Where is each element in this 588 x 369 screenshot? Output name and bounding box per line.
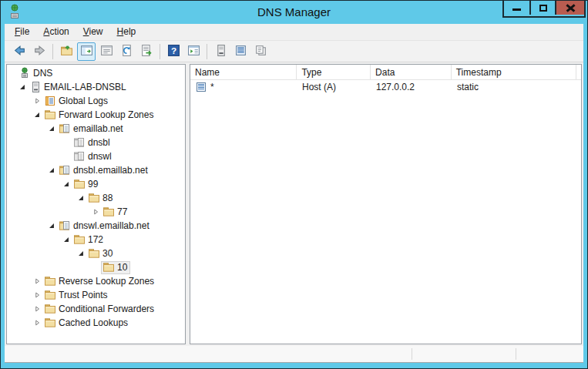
server-button[interactable] xyxy=(211,42,230,61)
tree-item-label: 77 xyxy=(117,206,127,217)
column-header-data[interactable]: Data xyxy=(371,65,452,79)
chevron-expanded-icon[interactable] xyxy=(17,82,28,92)
record-cell-timestamp: static xyxy=(452,82,578,92)
chevron-expanded-icon[interactable] xyxy=(61,235,72,244)
client-area: FileActionViewHelp ? DNSEMAIL-LAB-DNSBLG… xyxy=(5,24,583,363)
tree-item-forward-lookup-zones[interactable]: Forward Lookup Zones xyxy=(7,108,185,122)
record-cell-text: Host (A) xyxy=(302,82,336,92)
tree-item-body: 172 xyxy=(72,233,106,247)
up-level-button[interactable] xyxy=(57,42,76,61)
tree-item-dnswl-emaillab-net[interactable]: dnswl.emaillab.net xyxy=(7,219,185,233)
refresh-button[interactable] xyxy=(117,42,136,61)
chevron-collapsed-icon[interactable] xyxy=(90,207,101,216)
list-body: *Host (A)127.0.0.2static xyxy=(190,80,581,94)
tree-item-label: Global Logs xyxy=(59,96,108,106)
export-list-icon xyxy=(140,44,153,59)
tree-item-30[interactable]: 30 xyxy=(7,247,185,260)
chevron-expanded-icon[interactable] xyxy=(46,124,57,133)
back-button[interactable] xyxy=(10,42,29,61)
server-icon xyxy=(214,44,227,59)
folder-icon xyxy=(88,247,100,260)
action-pane-button[interactable] xyxy=(184,42,203,61)
tree-item-email-lab-dnsbl[interactable]: EMAIL-LAB-DNSBL xyxy=(7,80,185,94)
menu-bar: FileActionViewHelp xyxy=(5,24,583,41)
record-list-button[interactable] xyxy=(231,42,250,61)
menu-accesskey: V xyxy=(83,26,89,37)
toolbar: ? xyxy=(5,41,583,62)
menu-file[interactable]: File xyxy=(8,25,36,39)
export-list-button[interactable] xyxy=(137,42,156,61)
back-icon xyxy=(13,44,26,59)
tree-item-label: emaillab.net xyxy=(73,123,123,134)
tree-item-global-logs[interactable]: Global Logs xyxy=(7,94,185,108)
chevron-expanded-icon[interactable] xyxy=(46,166,57,175)
console-tree-button[interactable] xyxy=(77,42,96,61)
help-button[interactable]: ? xyxy=(164,42,183,61)
tree-item-cached-lookups[interactable]: Cached Lookups xyxy=(7,316,185,330)
tree-item-label: dnsbl xyxy=(88,137,110,148)
record-icon xyxy=(195,81,207,93)
record-list-icon xyxy=(234,44,247,59)
status-bar xyxy=(5,346,583,363)
menu-label: iew xyxy=(89,26,103,37)
dns-root-icon xyxy=(18,67,31,79)
tree-item-label: Reverse Lookup Zones xyxy=(59,276,154,287)
tree-item-label: dnswl.emaillab.net xyxy=(73,220,150,231)
copy-button[interactable] xyxy=(251,42,270,61)
tree-item-dnsbl-emaillab-net[interactable]: dnsbl.emaillab.net xyxy=(7,163,185,177)
server-icon xyxy=(29,81,42,93)
tree-item-label: dnswl xyxy=(88,151,112,162)
tree-item-10[interactable]: 10 xyxy=(7,260,185,274)
titlebar[interactable]: DNS Manager xyxy=(1,1,587,24)
tree-item-label: Trust Points xyxy=(59,290,108,300)
menu-help[interactable]: Help xyxy=(110,25,143,39)
column-header-type[interactable]: Type xyxy=(297,65,371,79)
folder-icon xyxy=(102,261,115,273)
tree-item-body: dnsbl.emaillab.net xyxy=(57,164,151,177)
tree-item-88[interactable]: 88 xyxy=(7,191,185,205)
tree-item-body: 30 xyxy=(86,247,116,260)
tree-item-dns[interactable]: DNS xyxy=(7,66,185,80)
menu-action[interactable]: Action xyxy=(36,25,76,39)
tree-item-label: dnsbl.emaillab.net xyxy=(73,165,148,176)
chevron-collapsed-icon[interactable] xyxy=(32,304,42,314)
tree-item-label: 10 xyxy=(117,262,127,273)
chevron-collapsed-icon[interactable] xyxy=(32,96,42,106)
tree-item-77[interactable]: 77 xyxy=(7,205,185,219)
status-separator xyxy=(516,348,516,360)
close-button[interactable] xyxy=(555,1,584,15)
column-header-timestamp[interactable]: Timestamp xyxy=(452,65,576,79)
properties-button[interactable] xyxy=(97,42,116,61)
dns-manager-window: DNS Manager FileActionViewHelp ? DNSEMAI… xyxy=(0,0,588,369)
folder-icon xyxy=(44,275,56,287)
chevron-collapsed-icon[interactable] xyxy=(32,318,42,327)
chevron-expanded-icon[interactable] xyxy=(76,193,86,203)
column-header-name[interactable]: Name xyxy=(190,65,297,79)
tree-item-reverse-lookup-zones[interactable]: Reverse Lookup Zones xyxy=(7,274,185,288)
toolbar-separator xyxy=(160,44,160,59)
chevron-collapsed-icon[interactable] xyxy=(32,290,42,300)
tree-item-dnswl[interactable]: dnswl xyxy=(7,149,185,163)
record-row[interactable]: *Host (A)127.0.0.2static xyxy=(190,80,581,94)
folder-icon xyxy=(44,317,56,329)
tree-item-trust-points[interactable]: Trust Points xyxy=(7,288,185,302)
chevron-expanded-icon[interactable] xyxy=(32,110,42,119)
tree-item-99[interactable]: 99 xyxy=(7,177,185,191)
tree-item-conditional-forwarders[interactable]: Conditional Forwarders xyxy=(7,302,185,316)
chevron-expanded-icon[interactable] xyxy=(61,179,72,189)
forward-button[interactable] xyxy=(30,42,49,61)
chevron-expanded-icon[interactable] xyxy=(76,249,86,258)
tree-item-label: 88 xyxy=(102,193,113,203)
tree-item-body: DNS xyxy=(17,67,55,80)
minimize-button[interactable] xyxy=(504,1,529,15)
chevron-collapsed-icon[interactable] xyxy=(32,277,42,286)
menu-label: elp xyxy=(123,26,136,37)
tree-item-172[interactable]: 172 xyxy=(7,233,185,247)
tree-item-dnsbl[interactable]: dnsbl xyxy=(7,136,185,149)
tree-item-body: dnsbl xyxy=(72,136,113,149)
menu-view[interactable]: View xyxy=(76,25,110,39)
expander-placeholder xyxy=(61,138,72,147)
chevron-expanded-icon[interactable] xyxy=(46,221,57,230)
maximize-button[interactable] xyxy=(529,1,555,15)
tree-item-emaillab-net[interactable]: emaillab.net xyxy=(7,122,185,136)
